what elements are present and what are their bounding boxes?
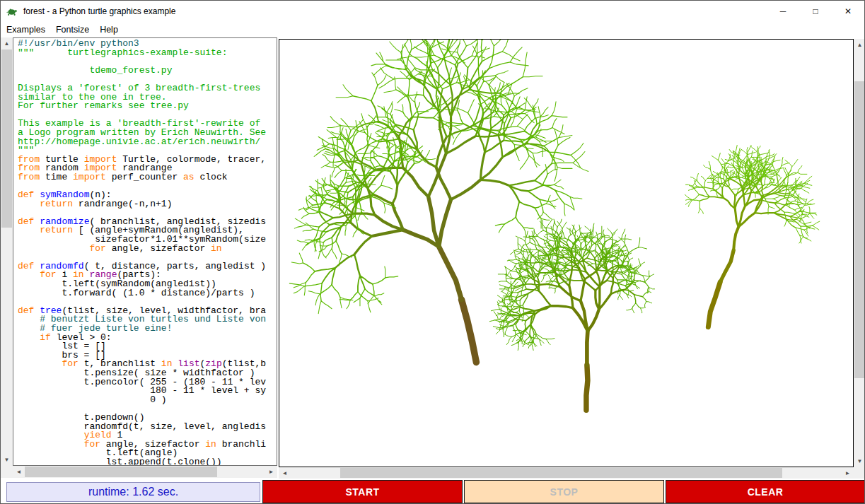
scrollbar-thumb[interactable] [1, 49, 12, 228]
turtle-drawing [279, 40, 853, 467]
scrollbar-corner [1, 466, 13, 478]
runtime-label: runtime: 1.62 sec. [6, 482, 260, 502]
tree-branch-layer [461, 300, 476, 363]
scroll-down-button[interactable]: ▼ [854, 455, 865, 467]
scroll-right-button[interactable]: ► [842, 467, 854, 479]
canvas-vertical-scrollbar[interactable]: ▲ ▼ [854, 39, 865, 467]
stop-button[interactable]: STOP [464, 480, 664, 503]
tree-branch-layer [720, 250, 733, 282]
scrollbar-thumb[interactable] [25, 467, 217, 477]
tree-branch-layer [439, 247, 462, 300]
scroll-left-button[interactable]: ◄ [279, 467, 291, 479]
clear-button[interactable]: CLEAR [666, 480, 865, 503]
tree-branch-layer [735, 206, 755, 227]
code-line: http://homepage.univie.ac.at/erich.neuwi… [18, 138, 277, 147]
close-button[interactable]: ✕ [832, 1, 864, 22]
window-controls: ─ □ ✕ [767, 1, 864, 22]
canvas-pane [279, 39, 854, 467]
scroll-up-button[interactable]: ▲ [854, 39, 865, 51]
scroll-left-button[interactable]: ◄ [13, 466, 25, 478]
scrollbar-corner [854, 467, 865, 479]
menubar: Examples Fontsize Help [1, 22, 864, 37]
menu-item-examples[interactable]: Examples [1, 23, 50, 36]
tree-branch-layer [372, 153, 480, 236]
tree-branch-layer [733, 227, 738, 250]
menu-item-fontsize[interactable]: Fontsize [51, 23, 94, 36]
tree-branch-layer [586, 365, 588, 410]
titlebar: forest - a Python turtle graphics exampl… [1, 1, 864, 22]
code-line: for angle, sizefactor in [18, 245, 277, 254]
code-line: 0 ) [18, 396, 277, 405]
window-title: forest - a Python turtle graphics exampl… [23, 6, 175, 16]
menu-item-help[interactable]: Help [95, 23, 123, 36]
tree-branch-layer [587, 332, 588, 365]
turtle-icon [6, 6, 18, 17]
minimize-button[interactable]: ─ [767, 1, 799, 22]
code-line: For further remarks see tree.py [18, 102, 277, 111]
start-button[interactable]: START [262, 480, 463, 503]
scrollbar-thumb[interactable] [854, 81, 865, 378]
tree-branch-layer [708, 282, 720, 327]
code-line: """ turtlegraphics-example-suite: [18, 49, 277, 58]
code-line: t.forward( (1.0 * distance)/parts ) [18, 289, 277, 298]
maximize-button[interactable]: □ [799, 1, 832, 22]
code-line: return randrange(-n,n+1) [18, 200, 277, 209]
scroll-down-button[interactable]: ▼ [1, 454, 13, 466]
canvas-horizontal-scrollbar[interactable]: ◄ ► [279, 467, 854, 479]
bottom-bar: runtime: 1.62 sec. START STOP CLEAR [1, 479, 864, 504]
scroll-right-button[interactable]: ► [265, 466, 277, 478]
scrollbar-thumb[interactable] [340, 468, 782, 478]
editor-vertical-scrollbar[interactable]: ▲ ▼ [1, 37, 13, 466]
editor-horizontal-scrollbar[interactable]: ◄ ► [13, 466, 277, 478]
tree-branch-layer [351, 113, 509, 254]
code-text[interactable]: #!/usr/bin/env python3""" turtlegraphics… [13, 37, 277, 466]
code-line: lst.append(t.clone()) [18, 458, 277, 466]
tree-branch-layer [403, 197, 451, 247]
code-line: tdemo_forest.py [18, 66, 277, 76]
scroll-up-button[interactable]: ▲ [1, 37, 13, 49]
tree-branch-layer [573, 301, 599, 332]
app-window: forest - a Python turtle graphics exampl… [0, 0, 865, 504]
code-line: from time import perf_counter as clock [18, 173, 277, 182]
